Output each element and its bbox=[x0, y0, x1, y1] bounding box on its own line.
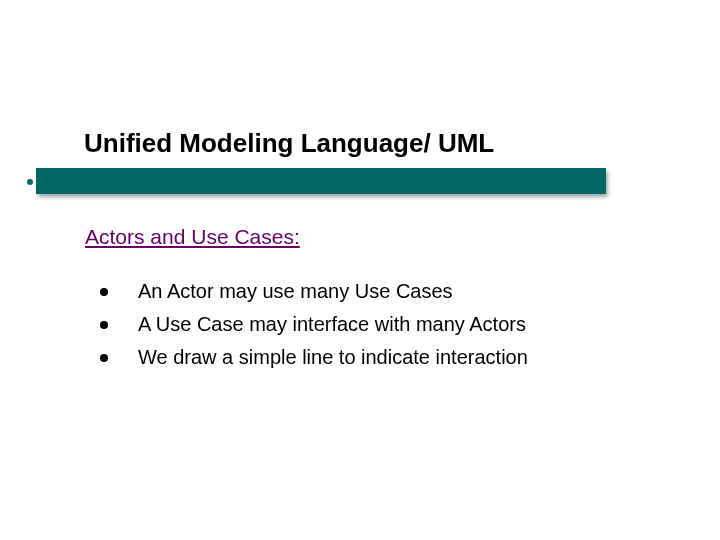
list-item: A Use Case may interface with many Actor… bbox=[100, 313, 528, 336]
title-accent-dot bbox=[27, 179, 33, 185]
bullet-icon bbox=[100, 354, 108, 362]
title-underline-bar bbox=[36, 168, 606, 194]
bullet-icon bbox=[100, 288, 108, 296]
bullet-text: We draw a simple line to indicate intera… bbox=[138, 346, 528, 369]
list-item: An Actor may use many Use Cases bbox=[100, 280, 528, 303]
list-item: We draw a simple line to indicate intera… bbox=[100, 346, 528, 369]
bullet-list: An Actor may use many Use Cases A Use Ca… bbox=[100, 280, 528, 379]
section-subheading: Actors and Use Cases: bbox=[85, 225, 300, 249]
bullet-text: A Use Case may interface with many Actor… bbox=[138, 313, 526, 336]
bullet-text: An Actor may use many Use Cases bbox=[138, 280, 453, 303]
slide: Unified Modeling Language/ UML Actors an… bbox=[0, 0, 720, 540]
bullet-icon bbox=[100, 321, 108, 329]
slide-title: Unified Modeling Language/ UML bbox=[84, 128, 494, 159]
